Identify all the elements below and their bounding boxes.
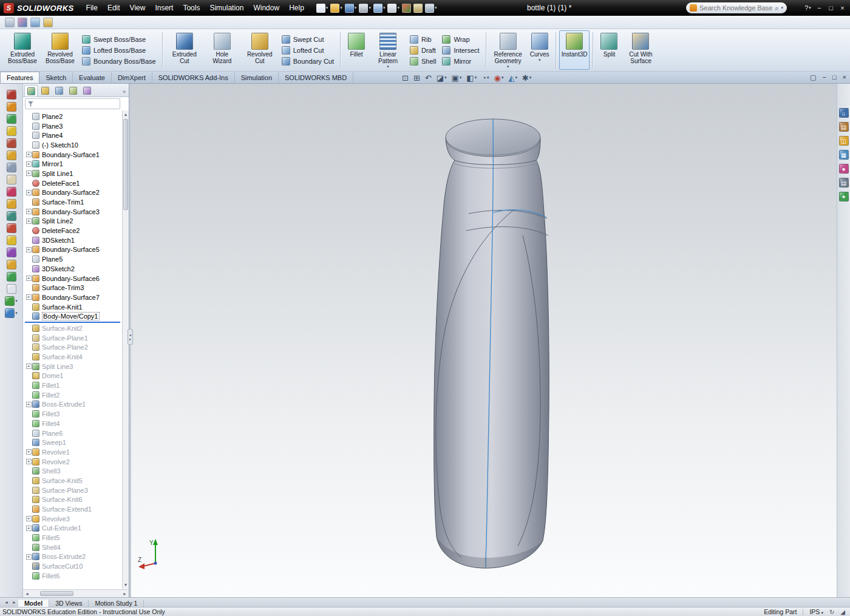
tree-vertical-scrollbar[interactable]: ▲ ▼ <box>122 110 129 589</box>
previous-view-button[interactable]: ↶ <box>425 74 432 82</box>
tree-item-boundary-surface1[interactable]: +Boundary-Surface1 <box>25 150 121 160</box>
tab-sketch[interactable]: Sketch <box>39 72 73 83</box>
restore-button[interactable]: □ <box>825 2 837 13</box>
options-button[interactable]: ▾ <box>425 4 437 13</box>
selection-filter-icon[interactable] <box>43 18 53 27</box>
tabs-scroll-right-icon[interactable]: ► <box>10 598 18 607</box>
tree-item-surface-plane2[interactable]: Surface-Plane2 <box>25 343 121 353</box>
tree-horizontal-scrollbar[interactable]: ◄ ► <box>23 589 129 597</box>
new-document-button[interactable]: ▾ <box>316 4 328 13</box>
swept-boss-button[interactable] <box>7 163 16 172</box>
menu-edit[interactable]: Edit <box>103 0 125 16</box>
material-button[interactable] <box>7 260 16 269</box>
curves-button[interactable]: Curves▾ <box>527 30 552 70</box>
appearances-scenes-button[interactable]: ● <box>839 164 849 174</box>
select-button[interactable] <box>7 90 16 100</box>
fillet-button[interactable]: Fillet <box>344 30 369 70</box>
tree-item-surface-plane3[interactable]: Surface-Plane3 <box>25 486 121 495</box>
swept-cut-button[interactable]: Swept Cut <box>282 35 334 44</box>
select-button[interactable]: ▾ <box>387 4 399 13</box>
panel-expand-chevron-icon[interactable]: » <box>121 89 127 96</box>
tree-item-plane6[interactable]: Plane6 <box>25 428 121 438</box>
view-palette-button[interactable]: ▦ <box>839 150 849 160</box>
tree-item-deleteface2[interactable]: DeleteFace2 <box>25 226 121 235</box>
mate-button[interactable] <box>7 272 16 282</box>
expand-icon[interactable]: + <box>26 152 32 157</box>
save-button[interactable]: ▾ <box>345 4 357 13</box>
tree-item-surface-knit5[interactable]: Surface-Knit5 <box>25 476 121 486</box>
tree-item-surface-knit2[interactable]: Surface-Knit2 <box>25 323 121 333</box>
splitter-handle[interactable]: ◂▸ <box>127 329 133 345</box>
expand-icon[interactable]: + <box>26 459 32 464</box>
tree-item-split-line1[interactable]: +Split Line1 <box>25 169 121 178</box>
tree-item-mirror1[interactable]: +Mirror1 <box>25 159 121 169</box>
tab-model[interactable]: Model <box>18 600 49 607</box>
intersect-button[interactable]: Intersect <box>442 46 479 55</box>
instant3d-button[interactable] <box>7 235 16 245</box>
tree-item-deleteface1[interactable]: DeleteFace1 <box>25 178 121 188</box>
rollback-bar[interactable] <box>25 322 120 323</box>
hscroll-thumb[interactable] <box>40 591 73 596</box>
expand-icon[interactable]: + <box>26 294 32 300</box>
resize-grip-icon[interactable]: ◢ <box>840 609 845 615</box>
tree-item-plane3[interactable]: Plane3 <box>25 121 121 131</box>
viewport-close-icon[interactable]: × <box>843 73 846 81</box>
tree-item-surface-knit6[interactable]: Surface-Knit6 <box>25 495 121 505</box>
tree-item-fillet6[interactable]: Fillet6 <box>25 571 121 581</box>
revolved-boss-button[interactable] <box>7 151 16 160</box>
tab-displaymanager[interactable] <box>80 85 93 96</box>
expand-icon[interactable]: + <box>26 364 32 369</box>
tab-3d-views[interactable]: 3D Views <box>49 600 89 607</box>
boundary-boss-base-button[interactable]: Boundary Boss/Base <box>82 57 156 66</box>
expand-icon[interactable]: + <box>26 402 32 407</box>
sketch-relations-button[interactable] <box>7 126 16 136</box>
expand-icon[interactable]: + <box>26 554 32 560</box>
tree-item-boundary-surface3[interactable]: +Boundary-Surface3 <box>25 207 121 217</box>
tree-item-fillet3[interactable]: Fillet3 <box>25 409 121 419</box>
viewport-maximize-icon[interactable]: □ <box>832 73 837 81</box>
tab-simulation[interactable]: Simulation <box>235 72 279 83</box>
expand-icon[interactable]: + <box>26 209 32 214</box>
print-button[interactable]: ▾ <box>359 4 371 13</box>
dropdown-caret-icon[interactable]: ▾ <box>397 5 399 10</box>
tree-item-split-line3[interactable]: +Split Line3 <box>25 362 121 371</box>
tree-item-revolve1[interactable]: +Revolve1 <box>25 447 121 457</box>
tree-item-shell3[interactable]: Shell3 <box>25 466 121 476</box>
tree-item-shell4[interactable]: Shell4 <box>25 543 121 552</box>
tree-item-cut-extrude1[interactable]: +Cut-Extrude1 <box>25 524 121 533</box>
tree-item-dome1[interactable]: Dome1 <box>25 371 121 381</box>
tab-features[interactable]: Features <box>0 72 39 83</box>
dropdown-caret-icon[interactable]: ▾ <box>340 5 342 10</box>
display-settings-icon[interactable] <box>30 18 40 27</box>
view-settings-button[interactable]: ✱▾ <box>522 74 531 82</box>
tree-item-sketch10[interactable]: (-) Sketch10 <box>25 140 121 150</box>
undo-button[interactable]: ▾ <box>373 4 386 13</box>
expand-icon[interactable]: + <box>26 190 32 195</box>
reference-geometry-button[interactable]: Reference Geometry▾ <box>489 30 527 70</box>
smart-dimension-button[interactable] <box>7 114 16 124</box>
viewport[interactable]: Y Z <box>131 84 837 597</box>
rebuild-button[interactable] <box>402 4 411 13</box>
tree-item-3dsketch2[interactable]: 3DSketch2 <box>25 264 121 274</box>
menu-window[interactable]: Window <box>248 0 284 16</box>
tree-item-surface-extend1[interactable]: Surface-Extend1 <box>25 504 121 514</box>
dropdown-caret-icon[interactable]: ▾ <box>326 5 328 10</box>
measure-button[interactable] <box>7 284 16 294</box>
units-selector[interactable]: IPS▾ <box>809 608 823 615</box>
search-icon[interactable]: ⌕ <box>775 4 778 12</box>
tree-item-plane2[interactable]: Plane2 <box>25 112 121 121</box>
cut-with-surface-button[interactable]: Cut With Surface <box>622 30 659 70</box>
display-style-button[interactable]: ◧▾ <box>466 74 477 82</box>
rib-button[interactable]: Rib <box>410 35 436 44</box>
zoom-to-area-button[interactable]: ⊞ <box>413 74 420 82</box>
expand-icon[interactable]: + <box>26 171 32 176</box>
split-button[interactable]: Split <box>596 30 622 70</box>
extruded-boss-button[interactable] <box>7 138 16 148</box>
fillet-button[interactable] <box>7 175 16 184</box>
minimize-button[interactable]: − <box>814 2 825 13</box>
tab-featuremanager-design-tree[interactable] <box>24 85 38 96</box>
tree-item-plane5[interactable]: Plane5 <box>25 254 121 264</box>
tree-item-revolve2[interactable]: +Revolve2 <box>25 457 121 467</box>
dropdown-caret-icon[interactable]: ▾ <box>435 5 437 10</box>
tree-item-plane4[interactable]: Plane4 <box>25 130 121 140</box>
